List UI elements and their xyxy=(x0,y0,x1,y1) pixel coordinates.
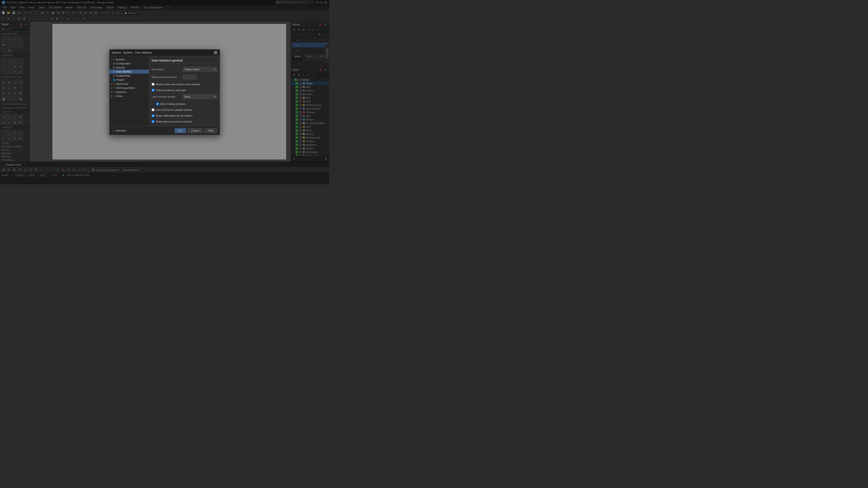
cb-colourise-tabs[interactable] xyxy=(152,89,154,92)
cb-scroll-bar[interactable] xyxy=(152,108,154,111)
cb-also-dialog[interactable] xyxy=(156,103,159,105)
dialog-title: Options - System - User interface xyxy=(112,51,152,54)
dialog-body: ▾ □ System ⚙ Configuration ⚙ General 🖥 U… xyxy=(110,56,220,126)
tree-label-tooltips: Tooltips/Help xyxy=(116,74,130,77)
cb5-row: Show welcome screen at startup xyxy=(152,120,217,123)
saveload-folder-icon: □ xyxy=(114,83,115,85)
checkmark-icon: ✓ xyxy=(112,129,114,132)
config-gear-icon: ⚙ xyxy=(113,62,115,65)
dialog-content: User interface general View layout Tabbe… xyxy=(149,56,220,126)
content-title: User interface general xyxy=(152,59,217,64)
ok-button[interactable]: OK xyxy=(175,128,186,133)
cb1-row: Always show new views in new windows xyxy=(152,83,217,86)
tree-label-general: General xyxy=(116,66,125,69)
extended-label: Extended xyxy=(116,129,126,132)
cb-always-new-windows[interactable] xyxy=(152,83,154,86)
cb3-label: Use scroll bar for graphic window xyxy=(156,108,192,111)
tree-label-views: Views xyxy=(116,95,123,97)
tooltips-gear-icon: ⚙ xyxy=(113,74,115,77)
tree-item-work-params[interactable]: ▶ □ Work parameters xyxy=(110,86,149,90)
system-expand-icon: ▾ xyxy=(111,58,112,61)
view-layout-value: Tabbed views xyxy=(184,68,199,71)
tree-label-workparams: Work parameters xyxy=(116,87,135,89)
design-arrow: ▾ xyxy=(214,95,215,98)
workparams-expand-icon: ▶ xyxy=(111,87,113,89)
max-views-label: Maximal opened views xyxy=(152,76,181,78)
design-dropdown[interactable]: Black ▾ xyxy=(183,94,217,99)
footer-buttons: OK Cancel Help xyxy=(175,128,217,133)
cb4-label: Show notifications as info balloon xyxy=(156,114,193,117)
cb-welcome-screen[interactable] xyxy=(152,120,154,123)
view-layout-dropdown[interactable]: Tabbed views ▾ xyxy=(183,67,217,72)
dialog-close-button[interactable]: ✕ xyxy=(214,51,217,55)
dialog-tree: ▾ □ System ⚙ Configuration ⚙ General 🖥 U… xyxy=(110,56,149,126)
help-button[interactable]: Help xyxy=(204,128,217,133)
design-label: User interface design xyxy=(152,95,181,98)
workparams-folder-icon: □ xyxy=(114,87,115,89)
tree-item-region[interactable]: 🌐 Region xyxy=(110,78,149,82)
tree-label-saveload: Save/Load xyxy=(116,83,128,85)
cb3-row: Use scroll bar for graphic window xyxy=(152,108,217,111)
cb1-label: Always show new views in new windows xyxy=(156,83,200,86)
system-folder-icon: □ xyxy=(113,58,115,61)
tree-item-depiction[interactable]: ▶ □ Depiction xyxy=(110,90,149,94)
footer-left: ✓ Extended xyxy=(112,129,126,132)
cb-notifications[interactable] xyxy=(152,114,154,117)
tree-item-system[interactable]: ▾ □ System xyxy=(110,57,149,61)
cb2-row: Colourise tabs by view type xyxy=(152,88,217,92)
tree-item-configuration[interactable]: ⚙ Configuration xyxy=(110,61,149,66)
cancel-button[interactable]: Cancel xyxy=(187,128,203,133)
views-expand-icon: ▶ xyxy=(111,95,113,97)
tree-label-depiction: Depiction xyxy=(116,91,127,93)
views-folder-icon: □ xyxy=(114,95,115,97)
tree-label-ui: User interface xyxy=(116,70,131,73)
general-gear-icon: ⚙ xyxy=(113,66,115,69)
cb5-label: Show welcome screen at startup xyxy=(156,120,192,123)
depiction-expand-icon: ▶ xyxy=(111,91,113,93)
tree-label-system: System xyxy=(116,58,125,61)
cb2-label: Colourise tabs by view type xyxy=(156,89,186,92)
design-value: Black xyxy=(184,95,191,98)
region-globe-icon: 🌐 xyxy=(113,78,116,81)
also-dialog-row: Also in dialog windows xyxy=(152,102,217,106)
modal-overlay: Options - System - User interface ✕ ▾ □ … xyxy=(0,0,329,184)
dialog-titlebar: Options - System - User interface ✕ xyxy=(110,50,220,56)
tree-item-save-load[interactable]: ▶ □ Save/Load xyxy=(110,82,149,86)
also-dialog-label: Also in dialog windows xyxy=(160,103,185,105)
tree-item-user-interface[interactable]: 🖥 User interface xyxy=(110,70,149,74)
tree-item-general[interactable]: ⚙ General xyxy=(110,66,149,70)
options-dialog: Options - System - User interface ✕ ▾ □ … xyxy=(109,49,220,135)
view-layout-row: View layout Tabbed views ▾ xyxy=(152,67,217,72)
tree-item-tooltips[interactable]: ⚙ Tooltips/Help xyxy=(110,74,149,78)
ui-monitor-icon: 🖥 xyxy=(113,70,115,73)
tree-item-views[interactable]: ▶ □ Views xyxy=(110,94,149,98)
max-views-input[interactable]: 16 xyxy=(183,75,196,79)
dialog-footer: ✓ Extended OK Cancel Help xyxy=(110,126,220,135)
cb4-row: Show notifications as info balloon xyxy=(152,114,217,118)
tree-label-region: Region xyxy=(117,78,125,81)
depiction-folder-icon: □ xyxy=(114,91,115,93)
view-layout-label: View layout xyxy=(152,68,181,71)
view-layout-arrow: ▾ xyxy=(214,68,215,71)
max-views-row: Maximal opened views 16 xyxy=(152,75,217,79)
design-row: User interface design Black ▾ xyxy=(152,94,217,99)
saveload-expand-icon: ▶ xyxy=(111,83,113,85)
tree-label-config: Configuration xyxy=(116,62,131,65)
